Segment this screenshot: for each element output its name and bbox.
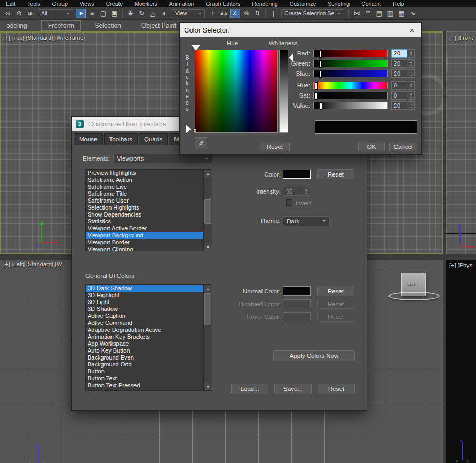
list-item[interactable]: Viewport Border <box>86 239 203 246</box>
list-item[interactable]: Statistics <box>86 218 203 225</box>
list-item[interactable]: Focus Border <box>86 389 203 390</box>
unlink-selection-icon[interactable]: ⊘ <box>14 9 24 18</box>
scroll-thumb[interactable] <box>204 199 211 224</box>
window-crossing-icon[interactable]: ▣ <box>109 9 120 18</box>
viewport-physical-label[interactable]: [+] [Phys <box>449 262 472 268</box>
select-and-scale-icon[interactable]: △ <box>148 9 158 18</box>
ok-button[interactable]: OK <box>358 142 385 151</box>
scroll-up-icon[interactable]: ▲ <box>204 285 212 292</box>
menu-item[interactable]: Graph Editors <box>200 1 246 7</box>
scroll-down-icon[interactable]: ▼ <box>204 243 212 251</box>
hue-value-field[interactable]: 0 <box>391 81 407 90</box>
green-value-field[interactable]: 20 <box>391 59 407 68</box>
percent-snap-icon[interactable]: % <box>241 9 251 18</box>
align-icon[interactable]: ≣ <box>363 9 373 18</box>
menu-item[interactable]: Views <box>74 1 100 7</box>
select-object-icon[interactable]: ➤ <box>76 9 86 18</box>
rect-selection-region-icon[interactable]: ▢ <box>98 9 108 18</box>
spinner-arrows-icon[interactable]: ▲▼ <box>408 81 415 90</box>
normal-color-reset-button[interactable]: Reset <box>317 286 354 296</box>
normal-color-swatch[interactable] <box>283 286 311 296</box>
blue-slider[interactable] <box>313 70 388 77</box>
slider-marker[interactable] <box>320 61 321 67</box>
menu-item[interactable]: Help <box>387 1 410 7</box>
ribbon-tab[interactable]: odeling <box>0 21 34 30</box>
value-slider[interactable] <box>313 102 388 109</box>
menu-item[interactable]: Scripting <box>322 1 355 7</box>
viewport-splitter-vertical[interactable] <box>443 31 446 463</box>
menu-item[interactable]: Content <box>355 1 387 7</box>
keyboard-override-icon[interactable]: { <box>268 9 279 18</box>
green-slider[interactable] <box>313 60 388 67</box>
list-item[interactable]: Safeframe Title <box>86 190 203 197</box>
menu-item[interactable]: Tools <box>21 1 46 7</box>
spinner-arrows-icon[interactable]: ▲▼ <box>303 187 310 196</box>
select-and-link-icon[interactable]: ∞ <box>3 9 13 18</box>
list-item[interactable]: Button Text Pressed <box>86 382 203 389</box>
ribbon-tab[interactable]: Freeform <box>41 20 81 31</box>
list-item[interactable]: Active Command <box>86 320 203 326</box>
list-item[interactable]: Viewport Active Border <box>86 225 203 232</box>
list-item[interactable]: Viewport Background <box>86 232 203 239</box>
list-item[interactable]: Animation Key Brackets <box>86 333 203 340</box>
close-icon[interactable]: × <box>407 26 417 35</box>
disabled-color-reset-button[interactable]: Reset <box>317 299 354 309</box>
spinner-arrows-icon[interactable]: ▲▼ <box>408 69 415 78</box>
angle-snap-icon[interactable]: ∠ <box>230 9 240 18</box>
list-item[interactable]: Button <box>86 368 203 375</box>
list-item[interactable]: Safeframe Action <box>86 177 203 183</box>
hover-color-swatch[interactable] <box>283 312 311 321</box>
elements-dropdown[interactable]: Viewports ▼ <box>113 154 212 163</box>
list-item[interactable]: 3D Highlight <box>86 292 203 299</box>
menu-item[interactable]: Group <box>46 1 74 7</box>
list-item[interactable]: Safeframe User <box>86 197 203 204</box>
intensity-spinner[interactable]: 50 ▲▼ <box>283 187 310 196</box>
list-item[interactable]: Selection Highlights <box>86 204 203 211</box>
viewport-physical[interactable]: [+] [Phys z y x <box>446 260 476 463</box>
load-button[interactable]: Load... <box>231 384 268 394</box>
list-item[interactable]: Show Dependencies <box>86 211 203 218</box>
curve-editor-icon[interactable]: ∿ <box>408 9 418 18</box>
list-item[interactable]: Button Text <box>86 375 203 382</box>
intensity-value[interactable]: 50 <box>283 187 303 196</box>
scrollbar[interactable]: ▲ ▼ <box>203 170 212 251</box>
menu-item[interactable]: Rendering <box>246 1 283 7</box>
eyedropper-button[interactable]: ✎ <box>195 137 207 149</box>
cui-tab[interactable]: Toolbars <box>104 133 138 145</box>
list-item[interactable]: App Workspace <box>86 340 203 347</box>
spinner-snap-icon[interactable]: ⇅ <box>252 9 263 18</box>
menu-item[interactable]: Animation <box>163 1 200 7</box>
slider-marker[interactable] <box>320 103 322 109</box>
blue-value-field[interactable]: 20 <box>391 69 407 78</box>
color-reset-button[interactable]: Reset <box>317 169 354 179</box>
list-item[interactable]: Adaptive Degradation Active <box>86 326 203 333</box>
list-item[interactable]: Preview Highlights <box>86 170 203 177</box>
select-and-move-icon[interactable]: ⊕ <box>125 9 136 18</box>
theme-dropdown[interactable]: Dark ▼ <box>283 216 330 226</box>
sat-slider[interactable] <box>313 92 388 99</box>
cui-tab[interactable]: Quads <box>139 133 168 145</box>
color-selector-titlebar[interactable]: Color Selector: × <box>180 23 421 37</box>
list-item[interactable]: Background Odd <box>86 361 203 368</box>
menu-item[interactable]: Edit <box>0 1 21 7</box>
selection-filter-dropdown[interactable]: All ▼ <box>38 9 73 18</box>
viewcube-compass-ring[interactable] <box>388 292 440 300</box>
color-swatch[interactable] <box>283 170 311 179</box>
invert-checkbox[interactable] <box>286 199 292 206</box>
select-and-manipulate-icon[interactable]: ◕ <box>159 9 169 18</box>
reference-coordinate-dropdown[interactable]: View ▼ <box>172 9 205 18</box>
blackness-marker-icon[interactable] <box>186 125 191 133</box>
use-pivot-center-icon[interactable]: ↑ <box>208 9 218 18</box>
viewport-front-label[interactable]: [+] [Front <box>449 35 473 41</box>
viewport-left-label[interactable]: [+] [Left] [Standard] [W <box>3 261 62 267</box>
scene-explorer-icon[interactable]: ▤ <box>374 9 384 18</box>
mirror-icon[interactable]: ⋈ <box>352 9 362 18</box>
viewport-top-label[interactable]: [+] [Top] [Standard] [Wireframe] <box>3 35 85 41</box>
named-selection-set-dropdown[interactable]: Create Selection Se ▼ <box>281 9 344 18</box>
list-item[interactable]: Viewport Clipping <box>86 246 203 251</box>
scroll-down-icon[interactable]: ▼ <box>204 383 212 390</box>
bind-to-spacewarp-icon[interactable]: ≋ <box>25 9 35 18</box>
scrollbar[interactable]: ▲ ▼ <box>203 285 212 390</box>
select-by-name-icon[interactable]: ≡ <box>87 9 97 18</box>
list-item[interactable]: Background Even <box>86 354 203 361</box>
